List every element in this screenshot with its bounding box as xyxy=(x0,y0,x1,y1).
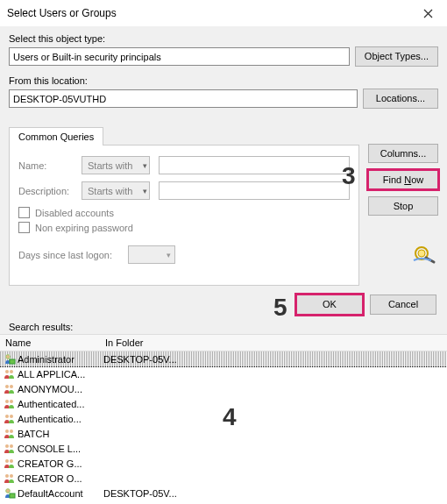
table-row[interactable]: Authenticatio... xyxy=(0,411,447,426)
svg-point-7 xyxy=(5,385,9,388)
row-name: Administrator xyxy=(18,354,74,365)
common-queries-panel: Name: Starts with ▾ Description: Starts … xyxy=(9,145,359,286)
table-row[interactable]: CONSOLE L... xyxy=(0,441,447,456)
disabled-accounts-checkbox[interactable] xyxy=(18,207,30,218)
description-match-combo[interactable]: Starts with ▾ xyxy=(82,181,150,200)
table-row[interactable]: CREATOR O... xyxy=(0,471,447,486)
svg-point-14 xyxy=(10,429,13,433)
row-folder: DESKTOP-05V... xyxy=(103,354,443,365)
table-row[interactable]: ALL APPLICA... xyxy=(0,366,447,381)
table-row[interactable]: ANONYMOU... xyxy=(0,381,447,396)
location-label: From this location: xyxy=(9,75,438,86)
days-since-logon-combo[interactable]: ▾ xyxy=(128,245,175,264)
description-label: Description: xyxy=(18,186,73,196)
svg-point-21 xyxy=(6,488,11,493)
tab-common-queries[interactable]: Common Queries xyxy=(9,127,103,146)
table-row[interactable]: DefaultAccountDESKTOP-05V... xyxy=(0,486,447,500)
search-icon xyxy=(412,244,438,265)
svg-point-11 xyxy=(5,415,9,418)
svg-point-20 xyxy=(10,474,13,478)
table-row[interactable]: CREATOR G... xyxy=(0,456,447,471)
svg-point-15 xyxy=(5,444,9,448)
table-row[interactable]: Authenticated... xyxy=(0,396,447,411)
svg-point-13 xyxy=(5,429,9,433)
row-name: BATCH xyxy=(18,429,49,439)
cancel-button[interactable]: Cancel xyxy=(370,295,436,315)
table-row[interactable]: AdministratorDESKTOP-05V... xyxy=(0,351,447,366)
row-name: CONSOLE L... xyxy=(18,444,81,454)
find-now-button[interactable]: Find Now xyxy=(368,170,438,189)
row-name: Authenticated... xyxy=(18,399,84,409)
ok-button[interactable]: OK xyxy=(296,295,363,315)
row-name: ANONYMOU... xyxy=(18,384,82,394)
svg-point-9 xyxy=(5,400,9,403)
svg-point-8 xyxy=(10,385,13,388)
row-folder: DESKTOP-05V... xyxy=(103,488,443,499)
chevron-down-icon: ▾ xyxy=(167,251,171,259)
svg-point-19 xyxy=(5,474,9,478)
svg-point-10 xyxy=(10,400,13,403)
svg-point-6 xyxy=(10,370,13,373)
locations-button[interactable]: Locations... xyxy=(363,89,438,109)
table-row[interactable]: BATCH xyxy=(0,426,447,441)
stop-button[interactable]: Stop xyxy=(368,196,438,216)
svg-point-12 xyxy=(10,415,13,418)
close-button[interactable] xyxy=(408,0,447,26)
column-folder[interactable]: In Folder xyxy=(105,337,143,348)
name-input[interactable] xyxy=(159,156,350,174)
window-title: Select Users or Groups xyxy=(7,7,117,19)
svg-rect-22 xyxy=(10,493,15,498)
chevron-down-icon: ▾ xyxy=(143,187,147,195)
name-match-value: Starts with xyxy=(88,160,132,171)
non-expiring-checkbox[interactable] xyxy=(18,222,30,233)
columns-button[interactable]: Columns... xyxy=(368,144,438,163)
name-match-combo[interactable]: Starts with ▾ xyxy=(82,156,150,174)
object-type-label: Select this object type: xyxy=(9,33,438,44)
row-name: CREATOR O... xyxy=(18,473,82,484)
disabled-accounts-label: Disabled accounts xyxy=(35,208,114,218)
svg-point-16 xyxy=(10,444,13,448)
svg-point-5 xyxy=(5,370,9,373)
svg-point-18 xyxy=(10,459,13,463)
svg-point-3 xyxy=(6,354,11,358)
column-name[interactable]: Name xyxy=(5,337,105,348)
search-results-label: Search results: xyxy=(0,316,447,334)
name-label: Name: xyxy=(18,160,73,171)
description-input[interactable] xyxy=(159,181,350,200)
chevron-down-icon: ▾ xyxy=(143,161,147,170)
row-name: Authenticatio... xyxy=(18,414,82,424)
row-name: DefaultAccount xyxy=(18,488,83,499)
results-list[interactable]: AdministratorDESKTOP-05V...ALL APPLICA..… xyxy=(0,351,447,504)
days-since-logon-label: Days since last logon: xyxy=(18,250,119,260)
object-types-button[interactable]: Object Types... xyxy=(355,46,438,67)
row-name: ALL APPLICA... xyxy=(18,369,85,380)
svg-rect-4 xyxy=(10,359,15,364)
svg-point-17 xyxy=(5,459,9,463)
location-field: DESKTOP-05VUTHD xyxy=(9,89,358,108)
object-type-field: Users or Built-in security principals xyxy=(9,47,350,66)
close-icon xyxy=(423,9,433,18)
svg-point-1 xyxy=(418,250,425,257)
non-expiring-label: Non expiring password xyxy=(35,223,133,233)
description-match-value: Starts with xyxy=(88,186,132,196)
results-header: Name In Folder xyxy=(0,334,447,351)
row-name: CREATOR G... xyxy=(18,458,82,469)
